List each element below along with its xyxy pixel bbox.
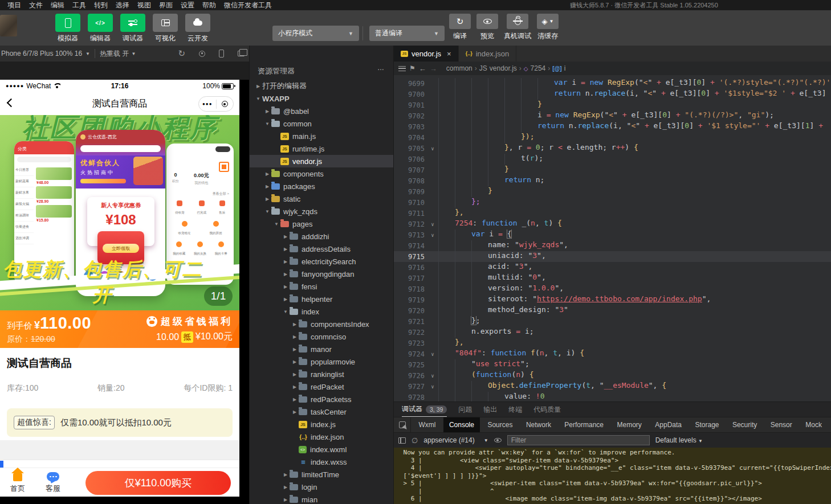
mode-select[interactable]: 小程序模式 ▼ <box>272 26 359 41</box>
panel-tab-代码质量[interactable]: 代码质量 <box>533 402 561 417</box>
action-清缓存[interactable]: ◈▼清缓存 <box>537 14 559 41</box>
devtools-tab-AppData[interactable]: AppData <box>649 417 687 432</box>
twisty-right-icon[interactable]: ▶ <box>263 184 271 189</box>
twisty-right-icon[interactable]: ▶ <box>291 372 299 377</box>
panel-tab-终端[interactable]: 终端 <box>508 402 522 417</box>
tree-item-helpenter[interactable]: ▶helpenter <box>250 293 393 305</box>
menu-item-视图[interactable]: 视图 <box>133 1 155 10</box>
twisty-down-icon[interactable]: ▼ <box>263 209 271 214</box>
action-真机调试[interactable]: 真机调试 <box>504 14 531 41</box>
breadcrumb-item-i[interactable]: i <box>564 64 566 72</box>
devtools-tab-Sensor[interactable]: Sensor <box>765 417 798 432</box>
tree-item-login[interactable]: ▶login <box>250 481 393 493</box>
live-expression-icon[interactable] <box>494 438 502 442</box>
devtools-tab-Mock[interactable]: Mock <box>800 417 828 432</box>
capsule-menu[interactable]: ●●● <box>198 96 234 112</box>
tree-item-redPacket[interactable]: ▶redPacket <box>250 380 393 393</box>
tree-item-index.js[interactable]: JSindex.js <box>250 418 393 431</box>
code-editor[interactable]: 9699var i = new RegExp("<" + e[_t3][0] +… <box>394 75 831 401</box>
action-编译[interactable]: ↻编译 <box>449 14 471 41</box>
tree-item-electricitySearch[interactable]: ▶electricitySearch <box>250 255 393 268</box>
close-tab-icon[interactable]: × <box>447 50 451 58</box>
tree-item-componentsIndex[interactable]: ▶componentsIndex <box>250 318 393 330</box>
menu-item-微信开发者工具[interactable]: 微信开发者工具 <box>220 1 276 10</box>
tree-item-runtime.js[interactable]: JSruntime.js <box>250 142 393 155</box>
tree-item-@babel[interactable]: ▶@babel <box>250 105 393 117</box>
tree-item-limitedTime[interactable]: ▶limitedTime <box>250 468 393 481</box>
twisty-right-icon[interactable]: ▶ <box>282 234 290 239</box>
buy-button[interactable]: 仅¥110.00购买 <box>85 471 231 495</box>
fold-icon[interactable]: ∨ <box>427 232 438 238</box>
twisty-right-icon[interactable]: ▶ <box>291 409 299 415</box>
devtools-tab-Performance[interactable]: Performance <box>559 417 609 432</box>
twisty-right-icon[interactable]: ▶ <box>291 397 299 402</box>
twisty-right-icon[interactable]: ▶ <box>263 109 271 114</box>
service-tab[interactable]: 客服 <box>35 472 71 494</box>
user-avatar[interactable] <box>0 15 17 36</box>
more-dots-icon[interactable]: ●●● <box>199 101 216 106</box>
devtools-tab-Sources[interactable]: Sources <box>482 417 518 432</box>
twisty-down-icon[interactable]: ▼ <box>254 96 262 101</box>
tree-item-fensi[interactable]: ▶fensi <box>250 280 393 293</box>
execution-context-select[interactable]: appservice (#14) ▼ <box>423 436 488 444</box>
twisty-right-icon[interactable]: ▶ <box>263 171 271 177</box>
record-icon[interactable] <box>199 51 205 57</box>
twisty-down-icon[interactable]: ▼ <box>263 121 271 126</box>
tree-item-manor[interactable]: ▶manor <box>250 343 393 355</box>
menu-item-工具[interactable]: 工具 <box>68 1 90 10</box>
menu-item-转到[interactable]: 转到 <box>90 1 112 10</box>
twisty-right-icon[interactable]: ▶ <box>291 384 299 390</box>
twisty-down-icon[interactable]: ▼ <box>272 222 280 227</box>
twisty-right-icon[interactable]: ▶ <box>254 84 262 89</box>
refresh-icon[interactable]: ↻ <box>178 48 185 59</box>
twisty-right-icon[interactable]: ▶ <box>291 334 299 339</box>
clear-console-icon[interactable]: ∅ <box>412 436 418 445</box>
fold-icon[interactable]: ∨ <box>427 384 438 390</box>
panel-tab-问题[interactable]: 问题 <box>458 402 472 417</box>
toolbar-button-云开发[interactable]: 云开发 <box>184 14 211 43</box>
tree-item-addressDetails[interactable]: ▶addressDetails <box>250 243 393 255</box>
twisty-right-icon[interactable]: ▶ <box>282 284 290 289</box>
menu-item-项目[interactable]: 项目 <box>3 1 25 10</box>
devtools-tab-Network[interactable]: Network <box>520 417 557 432</box>
fold-icon[interactable]: ∨ <box>427 373 438 379</box>
tree-item-打开的编辑器[interactable]: ▶打开的编辑器 <box>250 80 393 92</box>
breadcrumb-item-7254[interactable]: 7254 <box>531 64 546 72</box>
menu-item-选择[interactable]: 选择 <box>112 1 133 10</box>
twisty-right-icon[interactable]: ▶ <box>282 485 290 490</box>
twisty-right-icon[interactable]: ▶ <box>282 472 290 477</box>
tree-item-taskCenter[interactable]: ▶taskCenter <box>250 405 393 418</box>
fold-icon[interactable]: ∨ <box>427 222 438 227</box>
home-tab[interactable]: 首页 <box>0 472 35 494</box>
hot-reload-toggle[interactable]: 热重载 开 <box>100 49 129 59</box>
twisty-right-icon[interactable]: ▶ <box>282 497 290 502</box>
tree-item-fanyongdingdan[interactable]: ▶fanyongdingdan <box>250 268 393 280</box>
fold-icon[interactable]: ∨ <box>427 146 438 151</box>
devtools-tab-Wxml[interactable]: Wxml <box>413 417 441 432</box>
twisty-down-icon[interactable]: ▼ <box>282 309 290 314</box>
tree-item-adddizhi[interactable]: ▶adddizhi <box>250 230 393 243</box>
device-select[interactable]: Phone 6/7/8 Plus 100% 16 <box>0 50 85 58</box>
forward-arrow-icon[interactable]: → <box>430 64 437 73</box>
product-image[interactable]: 社区团购小程序 分类 今日推荐新鲜蔬菜新鲜水果麻辣火锅粮油调味快菜进食酒饮冲调 … <box>0 115 239 310</box>
twisty-right-icon[interactable]: ▶ <box>263 196 271 202</box>
device-frame-icon[interactable] <box>219 50 224 58</box>
twisty-right-icon[interactable]: ▶ <box>291 322 299 327</box>
devtools-tab-Security[interactable]: Security <box>727 417 763 432</box>
tree-item-common[interactable]: ▼common <box>250 117 393 130</box>
menu-item-设置[interactable]: 设置 <box>177 1 198 10</box>
tree-item-main.js[interactable]: JSmain.js <box>250 130 393 142</box>
tree-item-wjyk_zqds[interactable]: ▼wjyk_zqds <box>250 205 393 218</box>
menu-item-界面[interactable]: 界面 <box>155 1 177 10</box>
console-filter-input[interactable] <box>507 435 650 445</box>
sidebar-toggle-icon[interactable] <box>398 437 406 444</box>
menu-item-编辑[interactable]: 编辑 <box>47 1 68 10</box>
tree-item-index.wxml[interactable]: <>index.wxml <box>250 443 393 456</box>
coupon-box[interactable]: 超值惊喜: 仅需10.00就可以抵扣10.00元 <box>7 408 233 437</box>
toolbar-button-编辑器[interactable]: </>编辑器 <box>87 14 114 43</box>
tree-item-mian[interactable]: ▶mian <box>250 493 393 504</box>
tree-item-vendor.js[interactable]: JSvendor.js <box>250 155 393 167</box>
tree-item-conmnciso[interactable]: ▶conmnciso <box>250 330 393 343</box>
twisty-right-icon[interactable]: ▶ <box>282 297 290 302</box>
panel-tab-输出[interactable]: 输出 <box>483 402 497 417</box>
